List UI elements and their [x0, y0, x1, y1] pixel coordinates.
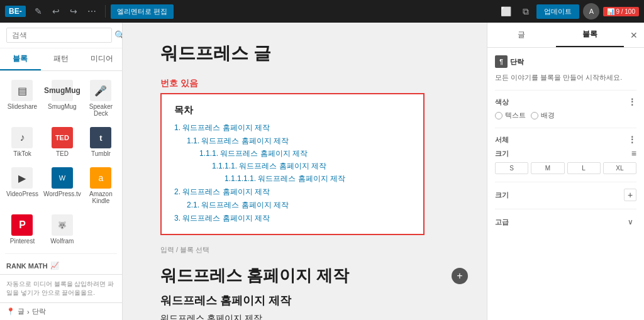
toc-item-1-1-1-1-1: 1.1.1.1.1. 워드프레스 홈페이지 제작 — [225, 174, 411, 184]
top-bar-right: ⬜ ⧉ 업데이트 A 📊 9 / 100 — [497, 3, 639, 19]
block-item-slideshare[interactable]: ▤ Slideshare — [5, 76, 40, 121]
undo-icon[interactable]: ↩ — [48, 4, 64, 19]
breadcrumb-sep: › — [27, 308, 30, 316]
color-option-bg[interactable]: 배경 — [531, 111, 555, 120]
toc-link-2[interactable]: 2. 워드프레스 홈페이지 제작 — [174, 187, 270, 196]
toc-item-1-1-1-1: 1.1.1.1. 워드프레스 홈페이지 제작 — [212, 161, 411, 172]
redo-icon[interactable]: ↪ — [66, 4, 81, 19]
more-icon[interactable]: ⋯ — [84, 4, 100, 19]
right-sidebar: 글 블록 ✕ ¶ 단락 모든 이야기를 블록을 만들어 시작하세요. 색상 ⋮ — [487, 23, 644, 320]
block-info-section: ¶ 단락 모든 이야기를 블록을 만들어 시작하세요. — [495, 55, 636, 82]
smugmug-icon: SmugMug — [52, 80, 73, 101]
toc-item-1: 1. 워드프레스 홈페이지 제작 — [174, 123, 411, 133]
block-section-title: 단락 — [510, 57, 524, 67]
search-icon[interactable]: 🔍 — [114, 30, 123, 40]
color-radio-text[interactable] — [495, 112, 502, 119]
divider-4 — [495, 209, 636, 209]
wolfram-icon: 🐺 — [52, 214, 73, 236]
right-tab-post[interactable]: 글 — [487, 23, 556, 47]
dimensions-row: 크기 + — [495, 189, 636, 201]
typography-options-icon[interactable]: ⋮ — [628, 135, 636, 145]
search-input[interactable] — [6, 28, 112, 43]
size-label: 크기 ≡ — [495, 148, 636, 158]
toc-item-2-1: 2.1. 워드프레스 홈페이지 제작 — [187, 200, 411, 211]
toc-link-1[interactable]: 1. 워드프레스 홈페이지 제작 — [174, 123, 270, 132]
advanced-expand-btn[interactable]: ∨ — [624, 216, 636, 228]
rank-math-section: RANK MATH 📈 M Rank Math 인증 표기 ≡ FAQ by R… — [5, 253, 117, 274]
size-buttons: S M L XL — [495, 162, 636, 174]
typography-section: 서체 ⋮ 크기 ≡ S M L XL — [495, 135, 636, 174]
size-btn-l[interactable]: L — [567, 162, 601, 174]
amazon-icon: a — [90, 167, 111, 189]
update-button[interactable]: 업데이트 — [536, 4, 579, 19]
heading-h2-1: 워드프레스 홈페이지 제작 — [160, 293, 449, 308]
right-sidebar-content: ¶ 단락 모든 이야기를 블록을 만들어 시작하세요. 색상 ⋮ 텍스트 — [487, 48, 644, 320]
window-icon-1[interactable]: ⬜ — [497, 4, 515, 19]
avatar[interactable]: A — [583, 3, 599, 19]
tab-media[interactable]: 미디어 — [81, 48, 122, 70]
close-button[interactable]: ✕ — [624, 25, 644, 45]
divider — [105, 5, 106, 18]
dimensions-label: 크기 — [495, 190, 509, 200]
block-item-tiktok[interactable]: ♪ TikTok — [5, 123, 40, 161]
color-label: 색상 ⋮ — [495, 97, 636, 107]
toc-title: 목차 — [174, 104, 411, 116]
block-item-ted[interactable]: TED TED — [42, 123, 82, 161]
color-radio-bg[interactable] — [531, 112, 538, 119]
heading-h1-1: 워드프레스 홈페이지 제작 — [160, 265, 449, 287]
color-options-icon[interactable]: ⋮ — [628, 97, 636, 107]
toc-link-2-1[interactable]: 2.1. 워드프레스 홈페이지 제작 — [187, 201, 289, 209]
block-item-wolfram[interactable]: 🐺 Wolfram — [42, 211, 82, 248]
footer-text: 자동으로 미디어 블록을 삽입하려면 파일을 넣기가 안으로 끌어올올요. — [6, 280, 114, 296]
toc-item-1-1-1: 1.1.1. 워드프레스 홈페이지 제작 — [199, 148, 411, 159]
toc-link-3[interactable]: 3. 워드프레스 홈페이지 제작 — [174, 214, 270, 223]
block-item-tumblr[interactable]: t Tumblr — [85, 123, 117, 161]
block-item-speakerdeck[interactable]: 🎤 Speaker Deck — [85, 76, 117, 121]
toc-link-1-1-1-1-1[interactable]: 1.1.1.1.1. 워드프레스 홈페이지 제작 — [225, 174, 345, 183]
breadcrumb-1[interactable]: 글 — [18, 307, 25, 316]
block-item-amazon-kindle[interactable]: a Amazon Kindle — [85, 163, 117, 208]
block-grid: ▤ Slideshare SmugMug SmugMug 🎤 Speaker D… — [5, 76, 117, 248]
toc-link-1-1-1-1[interactable]: 1.1.1.1. 워드프레스 홈페이지 제작 — [212, 162, 326, 170]
block-item-videopress[interactable]: ▶ VideoPress — [5, 163, 40, 208]
size-btn-m[interactable]: M — [531, 162, 564, 174]
block-item-smugmug[interactable]: SmugMug SmugMug — [42, 76, 82, 121]
main-layout: 🔍 블록 패턴 미디어 ▤ Slideshare SmugMug SmugMug… — [0, 23, 644, 320]
be-logo[interactable]: BE- — [5, 6, 26, 17]
tab-patterns[interactable]: 패턴 — [41, 48, 82, 70]
toc-block[interactable]: 목차 1. 워드프레스 홈페이지 제작 1.1. 워드프레스 홈페이지 제작 1… — [160, 93, 425, 235]
color-section: 색상 ⋮ 텍스트 배경 — [495, 97, 636, 120]
paragraph-block-icon: ¶ — [495, 55, 508, 68]
window-icon-2[interactable]: ⧉ — [519, 4, 533, 19]
sidebar-blocks: ▤ Slideshare SmugMug SmugMug 🎤 Speaker D… — [0, 71, 122, 274]
content-area: 워드프레스 글 번호 있음 목차 1. 워드프레스 홈페이지 제작 1.1. 워… — [123, 23, 487, 320]
left-sidebar: 🔍 블록 패턴 미디어 ▤ Slideshare SmugMug SmugMug… — [0, 23, 123, 320]
videopress-icon: ▶ — [11, 167, 33, 189]
sidebar-tabs: 블록 패턴 미디어 — [0, 48, 122, 71]
block-item-pinterest[interactable]: P Pinterest — [5, 211, 40, 248]
right-tabs: 글 블록 ✕ — [487, 23, 644, 48]
toc-link-1-1[interactable]: 1.1. 워드프레스 홈페이지 제작 — [187, 136, 289, 145]
toc-item-1-1: 1.1. 워드프레스 홈페이지 제작 — [187, 136, 411, 146]
add-block-button[interactable]: + — [452, 268, 468, 284]
block-selector-hint[interactable]: 입력 / 블록 선택 — [160, 245, 449, 255]
size-align-icon[interactable]: ≡ — [631, 148, 636, 158]
edit-icon[interactable]: ✎ — [31, 4, 46, 19]
tab-blocks[interactable]: 블록 — [0, 48, 41, 70]
color-option-text[interactable]: 텍스트 — [495, 111, 526, 120]
size-btn-s[interactable]: S — [495, 162, 528, 174]
right-tab-block[interactable]: 블록 — [556, 23, 625, 47]
ted-icon: TED — [52, 127, 73, 148]
search-bar: 🔍 — [0, 23, 122, 48]
tumblr-icon: t — [90, 127, 111, 148]
dimensions-add-btn[interactable]: + — [624, 189, 636, 201]
block-item-wordpress-tv[interactable]: W WordPress.tv — [42, 163, 82, 208]
breadcrumb-2[interactable]: 단락 — [32, 307, 46, 316]
toc-item-3: 3. 워드프레스 홈페이지 제작 — [174, 213, 411, 224]
top-toolbar: BE- ✎ ↩ ↪ ⋯ 엘리멘터로 편집 ⬜ ⧉ 업데이트 A 📊 9 / 10… — [0, 0, 644, 23]
elementor-edit-button[interactable]: 엘리멘터로 편집 — [111, 4, 174, 19]
size-btn-xl[interactable]: XL — [603, 162, 636, 174]
paragraph-1: 워드프레스 홈페이지 제작 — [160, 313, 449, 320]
toc-link-1-1-1[interactable]: 1.1.1. 워드프레스 홈페이지 제작 — [199, 149, 308, 158]
color-options: 텍스트 배경 — [495, 111, 636, 120]
